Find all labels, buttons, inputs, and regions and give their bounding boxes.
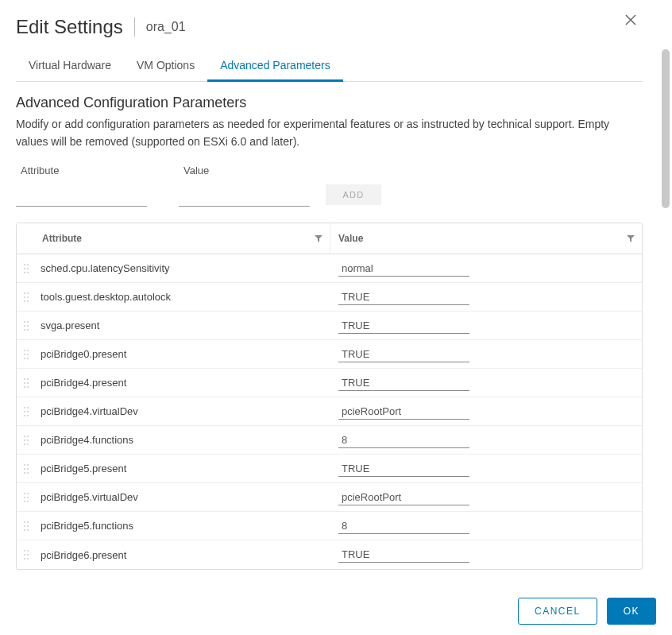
svg-point-15 [27, 321, 29, 323]
svg-point-43 [27, 443, 29, 445]
table-row: pciBridge6.present [17, 540, 642, 569]
value-field[interactable] [338, 289, 469, 305]
svg-point-30 [24, 386, 25, 388]
column-header-attribute-label: Attribute [42, 233, 82, 244]
svg-point-57 [27, 521, 29, 523]
svg-point-44 [24, 464, 25, 466]
svg-point-22 [24, 354, 25, 355]
cell-value [330, 318, 642, 334]
value-field[interactable] [338, 404, 469, 420]
column-header-value[interactable]: Value [330, 223, 642, 254]
svg-point-50 [24, 493, 25, 494]
svg-point-10 [24, 296, 25, 298]
svg-point-66 [24, 558, 25, 559]
svg-point-67 [27, 558, 29, 559]
section-title: Advanced Configuration Parameters [16, 95, 643, 111]
cell-attribute: svga.present [36, 319, 330, 331]
drag-handle-icon[interactable] [17, 349, 36, 360]
cell-attribute: tools.guest.desktop.autolock [36, 291, 330, 303]
cell-value [330, 261, 642, 277]
filter-icon[interactable] [626, 234, 635, 243]
svg-point-24 [24, 358, 25, 359]
cancel-button[interactable]: CANCEL [518, 598, 597, 625]
svg-point-18 [24, 329, 25, 331]
value-field[interactable] [338, 347, 469, 362]
dialog-title: Edit Settings [16, 16, 123, 38]
svg-point-42 [24, 443, 25, 445]
drag-handle-icon[interactable] [17, 320, 36, 331]
dialog-content: Edit Settings ora_01 Virtual Hardware VM… [0, 0, 658, 587]
dialog-subtitle: ora_01 [146, 20, 186, 34]
svg-point-64 [24, 554, 25, 556]
tab-advanced-parameters[interactable]: Advanced Parameters [207, 52, 343, 82]
table-body: sched.cpu.latencySensitivitytools.guest.… [17, 254, 642, 569]
scrollbar-thumb[interactable] [662, 49, 670, 208]
column-header-attribute[interactable]: Attribute [17, 223, 330, 254]
value-field[interactable] [338, 547, 469, 563]
close-icon[interactable] [625, 14, 636, 25]
cell-value [330, 432, 642, 448]
cell-value [330, 547, 642, 563]
svg-point-51 [27, 493, 29, 494]
title-divider [134, 17, 135, 37]
cell-value [330, 375, 642, 391]
drag-handle-icon[interactable] [17, 521, 36, 532]
svg-point-39 [27, 436, 29, 437]
value-field[interactable] [338, 432, 469, 448]
value-input-group: Value [179, 165, 310, 207]
value-field[interactable] [338, 318, 469, 334]
value-input[interactable] [179, 188, 310, 207]
cell-attribute: sched.cpu.latencySensitivity [36, 262, 330, 274]
cell-value [330, 461, 642, 477]
svg-point-62 [24, 550, 25, 552]
drag-handle-icon[interactable] [17, 263, 36, 274]
svg-point-40 [24, 439, 25, 441]
add-button[interactable]: ADD [326, 184, 381, 205]
value-field[interactable] [338, 261, 469, 277]
tab-vm-options[interactable]: VM Options [124, 52, 207, 82]
value-field[interactable] [338, 490, 469, 505]
drag-handle-icon[interactable] [17, 492, 36, 503]
svg-point-28 [24, 382, 25, 384]
table-row: pciBridge5.present [17, 455, 642, 483]
drag-handle-icon[interactable] [17, 463, 36, 474]
parameters-table: Attribute Value sched.cpu.latencySensiti… [16, 223, 643, 570]
svg-point-53 [27, 497, 29, 498]
svg-point-59 [27, 525, 29, 527]
svg-point-54 [24, 501, 25, 502]
cell-attribute: pciBridge5.present [36, 463, 330, 474]
filter-icon[interactable] [314, 234, 323, 243]
edit-settings-dialog: Edit Settings ora_01 Virtual Hardware VM… [0, 0, 672, 635]
drag-handle-icon[interactable] [17, 406, 36, 417]
drag-handle-icon[interactable] [17, 378, 36, 389]
value-field[interactable] [338, 518, 469, 534]
svg-point-26 [24, 378, 25, 380]
cell-value [330, 490, 642, 505]
svg-point-3 [27, 264, 29, 265]
svg-point-61 [27, 529, 29, 531]
drag-handle-icon[interactable] [17, 549, 36, 560]
cell-attribute: pciBridge0.present [36, 348, 330, 360]
drag-handle-icon[interactable] [17, 435, 36, 446]
cell-attribute: pciBridge5.virtualDev [36, 491, 330, 503]
ok-button[interactable]: OK [607, 598, 656, 625]
attribute-input[interactable] [16, 188, 147, 207]
svg-point-33 [27, 407, 29, 408]
svg-point-58 [24, 525, 25, 527]
drag-handle-icon[interactable] [17, 292, 36, 303]
svg-point-63 [27, 550, 29, 552]
svg-point-29 [27, 382, 29, 384]
cell-value [330, 518, 642, 534]
svg-point-46 [24, 468, 25, 470]
value-field[interactable] [338, 375, 469, 391]
svg-point-21 [27, 350, 29, 351]
table-row: tools.guest.desktop.autolock [17, 283, 642, 312]
svg-point-12 [24, 300, 25, 302]
tab-virtual-hardware[interactable]: Virtual Hardware [16, 52, 124, 82]
attribute-input-group: Attribute [16, 165, 147, 207]
table-row: sched.cpu.latencySensitivity [17, 254, 642, 283]
dialog-header: Edit Settings ora_01 [16, 16, 643, 38]
value-field[interactable] [338, 461, 469, 477]
svg-point-11 [27, 296, 29, 298]
svg-point-16 [24, 325, 25, 327]
